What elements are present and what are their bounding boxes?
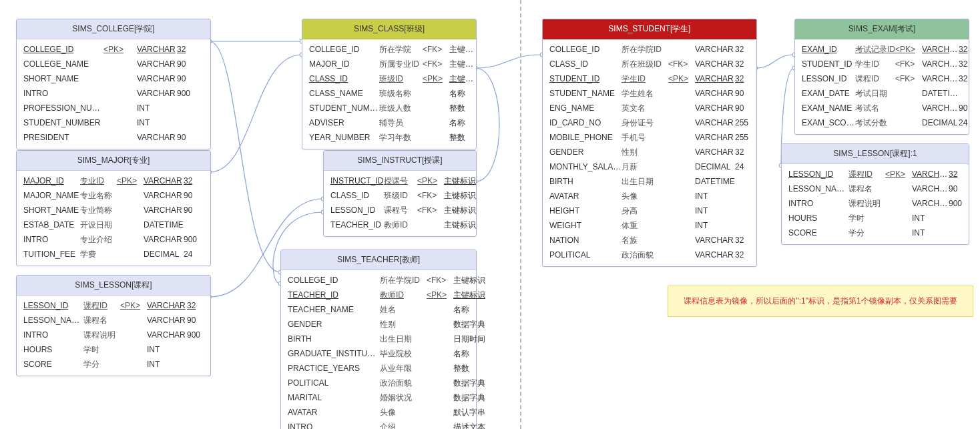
table-row[interactable]: MAJOR_NAME专业名称VARCHAR90 bbox=[17, 188, 210, 203]
col-name: SHORT_NAME bbox=[23, 204, 80, 216]
table-row[interactable]: INTRO专业介绍VARCHAR900 bbox=[17, 232, 210, 247]
col-name: NATION bbox=[549, 234, 622, 246]
table-row[interactable]: GENDER性别数据字典 bbox=[281, 317, 476, 332]
table-row[interactable]: LESSON_ID课程号<FK>主键标识 bbox=[324, 203, 476, 218]
table-header[interactable]: SIMS_LESSON[课程]:1 bbox=[782, 144, 969, 164]
table-row[interactable]: COLLEGE_NAMEVARCHAR90 bbox=[17, 57, 210, 71]
table-row[interactable]: TEACHER_ID教师ID主键标识 bbox=[324, 218, 476, 232]
table-instruct[interactable]: SIMS_INSTRUCT[授课]INSTRUCT_ID授课号<PK>主键标识C… bbox=[323, 150, 477, 237]
table-row[interactable]: MAJOR_ID所属专业ID<FK>主键标识 bbox=[302, 57, 476, 71]
table-row[interactable]: CLASS_ID班级ID<PK>主键标识 bbox=[302, 71, 476, 86]
table-row[interactable]: HOURS学时INT bbox=[17, 342, 210, 357]
table-row[interactable]: SCORE学分INT bbox=[782, 226, 969, 240]
table-row[interactable]: BIRTH出生日期日期时间 bbox=[281, 332, 476, 346]
table-row[interactable]: EXAM_ID考试记录ID<PK>VARCHAR32 bbox=[795, 42, 969, 57]
table-row[interactable]: EXAM_NAME考试名VARCHAR90 bbox=[795, 101, 969, 115]
table-row[interactable]: GRADUATE_INSTITUTION毕业院校名称 bbox=[281, 346, 476, 361]
table-header[interactable]: SIMS_LESSON[课程] bbox=[17, 276, 210, 296]
table-header[interactable]: SIMS_COLLEGE[学院] bbox=[17, 19, 210, 39]
table-class[interactable]: SIMS_CLASS[班级]COLLEGE_ID所在学院<FK>主键标识MAJO… bbox=[302, 19, 477, 149]
table-row[interactable]: EXAM_DATE考试日期DATETIME bbox=[795, 86, 969, 101]
table-row[interactable]: LESSON_NAME课程名VARCHAR90 bbox=[782, 181, 969, 196]
table-row[interactable]: GENDER性别VARCHAR32 bbox=[543, 145, 756, 159]
table-lesson[interactable]: SIMS_LESSON[课程]LESSON_ID课程ID<PK>VARCHAR3… bbox=[16, 275, 211, 376]
table-row[interactable]: INTRO课程说明VARCHAR900 bbox=[17, 328, 210, 342]
table-row[interactable]: COLLEGE_ID<PK>VARCHAR32 bbox=[17, 42, 210, 57]
col-desc: 所在学院ID bbox=[380, 274, 427, 286]
erd-canvas: SIMS_COLLEGE[学院]COLLEGE_ID<PK>VARCHAR32C… bbox=[0, 0, 980, 429]
table-header[interactable]: SIMS_TEACHER[教师] bbox=[281, 250, 476, 270]
table-row[interactable]: STUDENT_NAME学生姓名VARCHAR90 bbox=[543, 86, 756, 101]
table-row[interactable]: WEIGHT体重INT bbox=[543, 218, 756, 233]
table-row[interactable]: INTRO介绍描述文本 bbox=[281, 420, 476, 429]
table-row[interactable]: MOBILE_PHONE手机号VARCHAR255 bbox=[543, 130, 756, 145]
table-row[interactable]: CLASS_ID所在班级ID<FK>VARCHAR32 bbox=[543, 57, 756, 71]
table-row[interactable]: PRACTICE_YEARS从业年限整数 bbox=[281, 361, 476, 376]
table-row[interactable]: PRESIDENTVARCHAR90 bbox=[17, 130, 210, 145]
table-row[interactable]: TEACHER_NAME姓名名称 bbox=[281, 302, 476, 317]
table-teacher[interactable]: SIMS_TEACHER[教师]COLLEGE_ID所在学院ID<FK>主键标识… bbox=[280, 250, 477, 429]
col-len: 90 bbox=[177, 58, 197, 70]
table-row[interactable]: MONTHLY_SALARY月薪DECIMAL24 bbox=[543, 159, 756, 174]
table-row[interactable]: STUDENT_ID学生ID<PK>VARCHAR32 bbox=[543, 71, 756, 86]
col-desc: 婚姻状况 bbox=[380, 392, 427, 404]
col-type: INT bbox=[695, 205, 735, 217]
table-row[interactable]: ID_CARD_NO身份证号VARCHAR255 bbox=[543, 115, 756, 130]
table-row[interactable]: TEACHER_ID教师ID<PK>主键标识 bbox=[281, 288, 476, 302]
table-row[interactable]: AVATAR头像INT bbox=[543, 189, 756, 203]
table-header[interactable]: SIMS_EXAM[考试] bbox=[795, 19, 969, 39]
table-row[interactable]: COLLEGE_ID所在学院ID<FK>主键标识 bbox=[281, 273, 476, 288]
table-major[interactable]: SIMS_MAJOR[专业]MAJOR_ID专业ID<PK>VARCHAR32M… bbox=[16, 150, 211, 266]
table-row[interactable]: ENG_NAME英文名VARCHAR90 bbox=[543, 101, 756, 115]
col-desc: 所在学院ID bbox=[622, 43, 668, 55]
table-row[interactable]: LESSON_ID课程ID<PK>VARCHAR32 bbox=[782, 167, 969, 181]
table-row[interactable]: NATION名族VARCHAR32 bbox=[543, 233, 756, 248]
table-row[interactable]: STUDENT_NUMBERINT bbox=[17, 115, 210, 130]
table-row[interactable]: LESSON_ID课程ID<PK>VARCHAR32 bbox=[17, 298, 210, 313]
table-row[interactable]: LESSON_NAME课程名VARCHAR90 bbox=[17, 313, 210, 328]
col-len: 32 bbox=[735, 58, 755, 70]
table-row[interactable]: TUITION_FEE学费DECIMAL24 bbox=[17, 247, 210, 262]
table-row[interactable]: INTRO课程说明VARCHAR900 bbox=[782, 196, 969, 211]
table-row[interactable]: PROFESSION_NUMBERINT bbox=[17, 101, 210, 115]
table-row[interactable]: INTROVARCHAR900 bbox=[17, 86, 210, 101]
col-desc: 考试名 bbox=[855, 102, 895, 114]
col-key: <PK> bbox=[117, 175, 144, 187]
table-row[interactable]: ADVISER辅导员名称 bbox=[302, 115, 476, 130]
table-row[interactable]: BIRTH出生日期DATETIME bbox=[543, 174, 756, 189]
table-row[interactable]: YEAR_NUMBER学习年数整数 bbox=[302, 130, 476, 145]
table-college[interactable]: SIMS_COLLEGE[学院]COLLEGE_ID<PK>VARCHAR32C… bbox=[16, 19, 211, 149]
table-row[interactable]: CLASS_ID班级ID<FK>主键标识 bbox=[324, 188, 476, 203]
table-row[interactable]: HEIGHT身高INT bbox=[543, 203, 756, 218]
table-row[interactable]: INSTRUCT_ID授课号<PK>主键标识 bbox=[324, 173, 476, 188]
table-row[interactable]: SCORE学分INT bbox=[17, 357, 210, 372]
table-row[interactable]: SHORT_NAMEVARCHAR90 bbox=[17, 71, 210, 86]
col-desc: 政治面貌 bbox=[622, 249, 668, 261]
table-row[interactable]: STUDENT_ID学生ID<FK>VARCHAR32 bbox=[795, 57, 969, 71]
table-row[interactable]: EXAM_SCORE考试分数DECIMAL24 bbox=[795, 115, 969, 130]
col-len bbox=[735, 220, 755, 232]
table-header[interactable]: SIMS_STUDENT[学生] bbox=[543, 19, 756, 39]
table-row[interactable]: MARITAL婚姻状况数据字典 bbox=[281, 390, 476, 405]
col-desc: 介绍 bbox=[380, 421, 427, 429]
table-row[interactable]: ESTAB_DATE开设日期DATETIME bbox=[17, 218, 210, 232]
table-row[interactable]: MAJOR_ID专业ID<PK>VARCHAR32 bbox=[17, 173, 210, 188]
table-header[interactable]: SIMS_INSTRUCT[授课] bbox=[324, 151, 476, 171]
table-row[interactable]: COLLEGE_ID所在学院<FK>主键标识 bbox=[302, 42, 476, 57]
table-header[interactable]: SIMS_MAJOR[专业] bbox=[17, 151, 210, 171]
table-row[interactable]: SHORT_NAME专业简称VARCHAR90 bbox=[17, 203, 210, 218]
table-student[interactable]: SIMS_STUDENT[学生]COLLEGE_ID所在学院IDVARCHAR3… bbox=[542, 19, 757, 267]
table-rows: INSTRUCT_ID授课号<PK>主键标识CLASS_ID班级ID<FK>主键… bbox=[324, 171, 476, 236]
table-row[interactable]: HOURS学时INT bbox=[782, 211, 969, 226]
table-row[interactable]: POLITICAL政治面貌VARCHAR32 bbox=[543, 248, 756, 262]
table-row[interactable]: LESSON_ID课程ID<FK>VARCHAR32 bbox=[795, 71, 969, 86]
table-lesson1[interactable]: SIMS_LESSON[课程]:1LESSON_ID课程ID<PK>VARCHA… bbox=[781, 143, 969, 245]
table-row[interactable]: COLLEGE_ID所在学院IDVARCHAR32 bbox=[543, 42, 756, 57]
table-exam[interactable]: SIMS_EXAM[考试]EXAM_ID考试记录ID<PK>VARCHAR32S… bbox=[794, 19, 969, 135]
table-row[interactable]: CLASS_NAME班级名称名称 bbox=[302, 86, 476, 101]
table-row[interactable]: POLITICAL政治面貌数据字典 bbox=[281, 376, 476, 390]
table-header[interactable]: SIMS_CLASS[班级] bbox=[302, 19, 476, 39]
table-row[interactable]: STUDENT_NUMBER班级人数整数 bbox=[302, 101, 476, 115]
table-row[interactable]: AVATAR头像默认字串 bbox=[281, 405, 476, 420]
col-name: LESSON_ID bbox=[330, 204, 384, 216]
